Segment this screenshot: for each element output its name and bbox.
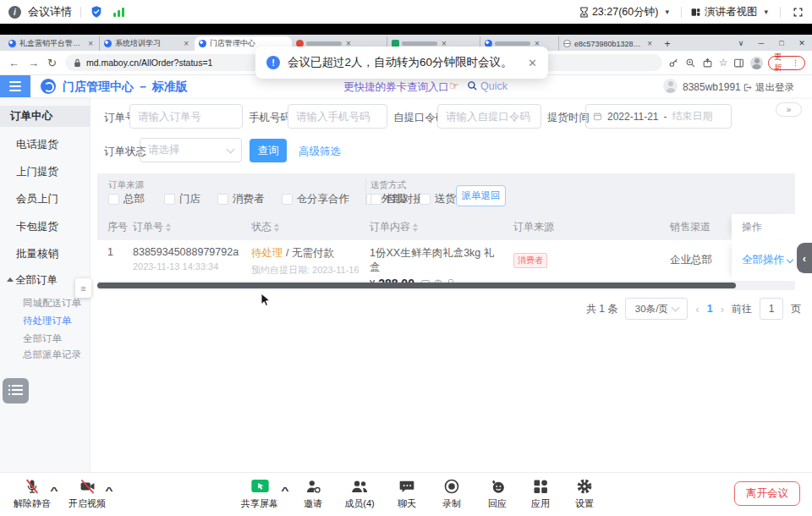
- advanced-filter-link[interactable]: 高级筛选: [299, 145, 341, 159]
- timer-caret-icon[interactable]: ▾: [665, 8, 669, 16]
- prev-page-icon[interactable]: ‹: [695, 303, 699, 316]
- browser-tab[interactable]: e8c573980b1328a258fd2e61 ×: [558, 36, 658, 51]
- user-avatar[interactable]: [663, 79, 678, 93]
- sort-icon[interactable]: [413, 223, 418, 232]
- sidebar-item-card-pickup[interactable]: 卡包提货: [0, 218, 91, 235]
- key-icon[interactable]: [668, 58, 679, 69]
- unmute-button[interactable]: 解除静音: [8, 478, 56, 510]
- date-range-picker[interactable]: 2022-11-21 - 结束日期: [585, 104, 732, 129]
- toast-close-icon[interactable]: ✕: [528, 57, 537, 69]
- members-button[interactable]: 成员(4): [336, 478, 383, 510]
- browser-tab[interactable]: 礼盒营销平台管理中心 ×: [4, 36, 99, 51]
- maximize-icon[interactable]: □: [771, 39, 792, 47]
- refresh-icon[interactable]: ↻: [47, 57, 57, 69]
- fullscreen-icon[interactable]: [793, 7, 804, 18]
- horizontal-scrollbar[interactable]: [97, 283, 736, 288]
- phone-input[interactable]: [288, 104, 387, 129]
- back-icon[interactable]: ←: [8, 57, 19, 69]
- quick-search-icon[interactable]: [467, 80, 478, 95]
- side-panel-icon[interactable]: [733, 58, 744, 69]
- tab-close-icon[interactable]: ×: [645, 39, 654, 48]
- settings-button[interactable]: 设置: [561, 478, 608, 510]
- sidebar-item-pending-orders[interactable]: 待处理订单: [0, 313, 91, 328]
- apps-button[interactable]: 应用: [517, 478, 564, 510]
- share-icon[interactable]: [702, 58, 713, 69]
- mic-options-caret[interactable]: ^: [50, 486, 58, 496]
- meeting-details-label[interactable]: 会议详情: [28, 4, 72, 19]
- zoom-icon[interactable]: [685, 58, 696, 69]
- chrome-update-button[interactable]: 更新 ⋮: [768, 56, 805, 70]
- pickup-code-input[interactable]: [437, 104, 541, 129]
- dispatch-return-button[interactable]: 派单退回: [456, 185, 506, 206]
- all-actions-dropdown[interactable]: 全部操作: [742, 253, 793, 267]
- meeting-info-icon[interactable]: i: [8, 6, 21, 19]
- sidebar-drag-handle[interactable]: ≡: [75, 278, 91, 298]
- view-mode-label[interactable]: 演讲者视图: [705, 5, 758, 19]
- table-row[interactable]: 1 83859345088979792a 2023-11-13 14:33:34…: [97, 240, 795, 281]
- close-icon[interactable]: ✕: [792, 39, 812, 47]
- share-options-caret[interactable]: ^: [281, 486, 288, 496]
- quick-label[interactable]: Quick: [480, 80, 508, 92]
- checkbox-label[interactable]: 门店: [179, 192, 200, 206]
- tab-close-icon[interactable]: ×: [182, 39, 190, 48]
- leave-meeting-button[interactable]: 离开会议: [734, 481, 800, 506]
- checkbox-label[interactable]: 总部: [123, 192, 145, 206]
- coupon-query-link[interactable]: 更快捷的券卡查询入口: [343, 80, 449, 95]
- menu-toggle-button[interactable]: [0, 75, 30, 97]
- reactions-button[interactable]: 回应: [474, 478, 521, 510]
- sidebar-item-phone-pickup[interactable]: 电话提货: [0, 136, 91, 153]
- new-tab-button[interactable]: +: [658, 36, 677, 51]
- page-size-select[interactable]: 30条/页: [625, 298, 688, 320]
- checkbox-label[interactable]: 自提: [386, 192, 407, 206]
- checkbox-delivery[interactable]: [420, 194, 431, 205]
- chat-button[interactable]: 聊天: [383, 478, 431, 510]
- sidebar-item-door-pickup[interactable]: 上门提货: [0, 163, 91, 180]
- next-page-icon[interactable]: ›: [721, 303, 724, 316]
- share-screen-button[interactable]: 共享屏幕: [236, 478, 283, 510]
- record-button[interactable]: 录制: [428, 478, 475, 510]
- tab-close-icon[interactable]: ×: [86, 39, 95, 48]
- start-video-button[interactable]: 开启视频: [63, 478, 111, 510]
- video-options-caret[interactable]: ^: [105, 486, 112, 496]
- minimize-icon[interactable]: ─: [751, 39, 771, 47]
- network-signal-icon[interactable]: [113, 7, 124, 17]
- checkbox-self-pickup[interactable]: [370, 194, 381, 205]
- checkbox-warehouse-share[interactable]: [282, 194, 293, 205]
- sidebar-item-member-visit[interactable]: 会员上门: [0, 190, 91, 207]
- right-panel-collapse-handle[interactable]: ‹: [797, 243, 812, 273]
- floating-list-button[interactable]: [3, 378, 29, 403]
- browser-menu-icon[interactable]: ⋮: [792, 58, 799, 67]
- sort-icon[interactable]: [274, 223, 279, 232]
- cell-order-no: 83859345088979792a 2023-11-13 14:33:34: [123, 240, 241, 281]
- expand-filters-button[interactable]: »: [776, 102, 802, 117]
- checkbox-label[interactable]: 消费者: [233, 192, 265, 206]
- order-status-select[interactable]: 请选择: [140, 138, 242, 162]
- col-content[interactable]: 订单内容: [359, 214, 418, 240]
- security-shield-icon[interactable]: [90, 5, 103, 19]
- status-placeholder: 请选择: [148, 143, 180, 157]
- sidebar-item-all-orders[interactable]: 全部订单: [0, 331, 91, 346]
- browser-tab[interactable]: 系统培训学习 ×: [99, 36, 195, 51]
- logout-button[interactable]: 退出登录: [743, 81, 794, 94]
- col-status[interactable]: 状态: [241, 214, 279, 240]
- checkbox-label[interactable]: 送货: [435, 192, 456, 206]
- tab-search-icon[interactable]: ∨: [731, 39, 751, 47]
- sidebar-section-order-center[interactable]: 订单中心: [0, 106, 91, 127]
- invite-button[interactable]: 邀请: [289, 478, 337, 510]
- sidebar-item-batch-verify[interactable]: 批量核销: [0, 245, 91, 262]
- search-button[interactable]: 查询: [250, 139, 287, 162]
- sort-icon[interactable]: [166, 223, 171, 232]
- goto-page-input[interactable]: [760, 298, 783, 320]
- bookmark-star-icon[interactable]: ☆: [719, 57, 728, 69]
- forward-icon[interactable]: →: [28, 57, 39, 69]
- checkbox-store[interactable]: [164, 194, 175, 205]
- current-page[interactable]: 1: [707, 303, 713, 315]
- checkbox-label[interactable]: 仓分享合作: [297, 192, 350, 206]
- sidebar-item-hq-dispatch[interactable]: 总部派单记录: [0, 347, 91, 362]
- checkbox-consumer[interactable]: [217, 194, 228, 205]
- checkbox-hq[interactable]: [108, 194, 119, 205]
- col-order-no[interactable]: 订单号: [123, 214, 171, 240]
- order-no-input[interactable]: [129, 104, 243, 129]
- view-caret-icon[interactable]: ▾: [764, 8, 768, 16]
- browser-profile-icon[interactable]: [750, 57, 763, 69]
